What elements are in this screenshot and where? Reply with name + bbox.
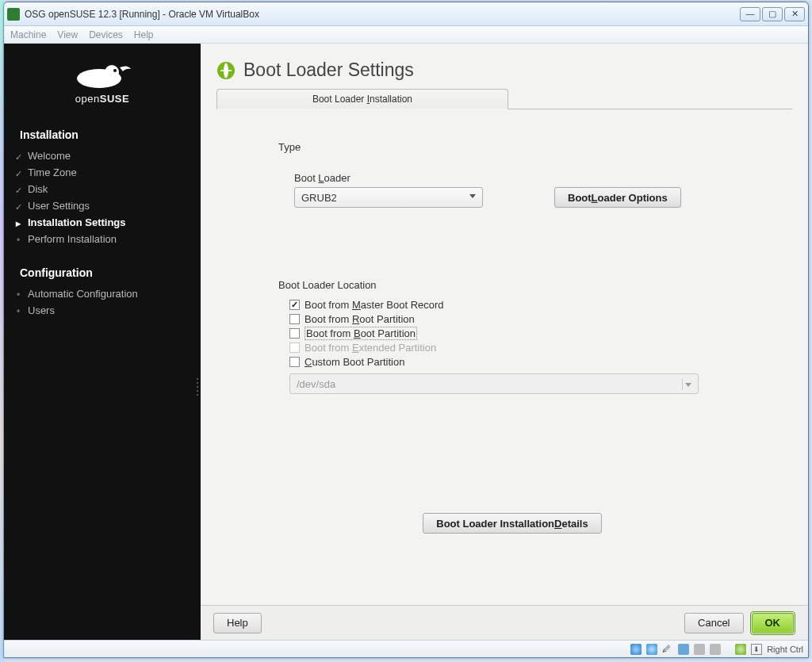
sidebar-item-disk[interactable]: Disk: [4, 181, 201, 197]
vb-optical-icon[interactable]: [646, 644, 657, 655]
bootloader-select-value: GRUB2: [301, 192, 337, 204]
checkbox-label: Boot from Boot Partition: [304, 327, 417, 340]
chk-row-mbr: Boot from Master Boot Record: [289, 297, 746, 312]
sidebar-item-label: Disk: [28, 183, 48, 195]
ok-button-frame: OK: [750, 611, 796, 635]
checkbox-root[interactable]: [289, 314, 300, 324]
checkbox-label: Boot from Master Boot Record: [304, 299, 444, 311]
sidebar-item-label: User Settings: [28, 200, 90, 212]
checkbox-custom[interactable]: [289, 357, 300, 367]
chk-row-extended: Boot from Extended Partition: [289, 340, 746, 354]
menubar: Machine View Devices Help: [4, 26, 808, 44]
sidebar-item-label: Perform Installation: [28, 233, 117, 245]
checkbox-label: Boot from Root Partition: [304, 313, 415, 325]
sidebar-item-label: Installation Settings: [28, 216, 126, 228]
sidebar-list-installation: Welcome Time Zone Disk User Settings Ins…: [4, 147, 201, 263]
sidebar-item-label: Time Zone: [28, 166, 77, 178]
menu-view[interactable]: View: [57, 29, 78, 40]
chk-row-boot: Boot from Boot Partition: [289, 326, 746, 340]
location-checks: Boot from Master Boot Record Boot from R…: [289, 297, 746, 369]
sidebar-item-user-settings[interactable]: User Settings: [4, 197, 201, 214]
minimize-button[interactable]: —: [740, 7, 760, 21]
vb-shared-folder-icon[interactable]: [694, 644, 705, 655]
vb-display-icon[interactable]: [710, 644, 721, 655]
menu-devices[interactable]: Devices: [89, 29, 123, 40]
vb-hostkey-icon[interactable]: ⬇: [751, 644, 762, 655]
footer-bar: Help Cancel OK: [201, 605, 808, 640]
chevron-down-icon: [682, 379, 693, 390]
sidebar-item-label: Automatic Configuration: [28, 288, 138, 300]
checkbox-label: Custom Boot Partition: [304, 356, 404, 368]
sidebar-item-auto-config[interactable]: Automatic Configuration: [4, 285, 201, 302]
tab-installation[interactable]: Boot Loader Installation: [216, 89, 508, 109]
vb-network-icon[interactable]: [678, 644, 689, 655]
main-inner: Boot Loader Settings Boot Loader Install…: [201, 44, 808, 605]
svg-point-2: [113, 69, 117, 72]
help-button[interactable]: Help: [213, 613, 262, 633]
installer-app: openSUSE Installation Welcome Time Zone …: [4, 44, 808, 640]
logo-text: openSUSE: [4, 93, 201, 105]
virtualbox-window: OSG openSUSE 12.3 [Running] - Oracle VM …: [3, 2, 809, 658]
type-group-label: Type: [278, 141, 746, 153]
ok-button[interactable]: OK: [752, 613, 795, 633]
bootloader-options-button[interactable]: Boot Loader Options: [554, 187, 681, 208]
chevron-down-icon: [469, 194, 476, 198]
logo: openSUSE: [4, 55, 201, 105]
vb-hdd-icon[interactable]: [630, 644, 642, 655]
bootloader-select[interactable]: GRUB2: [294, 187, 483, 208]
sidebar-item-timezone[interactable]: Time Zone: [4, 164, 201, 181]
checkbox-boot[interactable]: [289, 328, 300, 339]
tab-label: Boot Loader Installation: [312, 94, 412, 105]
maximize-button[interactable]: ▢: [762, 7, 783, 21]
checkbox-extended: [289, 342, 300, 353]
close-button[interactable]: ✕: [784, 7, 805, 21]
vb-usb-icon[interactable]: 🖉: [662, 644, 673, 655]
sidebar-item-label: Welcome: [28, 150, 71, 162]
installation-details-button[interactable]: Boot Loader Installation Details: [423, 513, 601, 534]
checkbox-label: Boot from Extended Partition: [304, 342, 436, 354]
svg-point-1: [105, 65, 119, 79]
vb-hostkey-label: Right Ctrl: [767, 645, 803, 654]
window-controls: — ▢ ✕: [740, 7, 805, 21]
sidebar-item-perform-installation[interactable]: Perform Installation: [4, 231, 201, 247]
sidebar-item-users[interactable]: Users: [4, 302, 201, 319]
sidebar-item-label: Users: [28, 304, 55, 316]
custom-partition-select: /dev/sda: [289, 373, 699, 394]
sidebar: openSUSE Installation Welcome Time Zone …: [4, 44, 201, 640]
main-panel: Boot Loader Settings Boot Loader Install…: [201, 44, 808, 640]
splitter-handle[interactable]: [194, 377, 201, 397]
page-title-text: Boot Loader Settings: [243, 59, 414, 81]
page-title: Boot Loader Settings: [216, 59, 794, 81]
sidebar-item-welcome[interactable]: Welcome: [4, 147, 201, 164]
sidebar-item-installation-settings[interactable]: Installation Settings: [4, 214, 201, 231]
content: Type Boot Loader GRUB2 Boot Loader Optio…: [215, 109, 794, 534]
window-title: OSG openSUSE 12.3 [Running] - Oracle VM …: [25, 9, 740, 20]
tabstrip: Boot Loader Installation: [216, 89, 792, 109]
checkbox-mbr[interactable]: [289, 300, 300, 310]
custom-partition-value: /dev/sda: [297, 378, 335, 390]
vb-guest-additions-icon[interactable]: [735, 644, 746, 655]
sidebar-heading-installation: Installation: [4, 125, 201, 147]
chk-row-root: Boot from Root Partition: [289, 312, 746, 326]
chk-row-custom: Custom Boot Partition: [289, 354, 746, 369]
cancel-button[interactable]: Cancel: [684, 613, 743, 633]
sidebar-list-configuration: Automatic Configuration Users: [4, 285, 201, 335]
vb-status-bar: 🖉 ⬇ Right Ctrl: [4, 640, 808, 657]
opensuse-logo-icon: [71, 55, 134, 90]
menu-machine[interactable]: Machine: [10, 29, 46, 40]
sidebar-heading-configuration: Configuration: [4, 263, 201, 285]
boot-settings-icon: [216, 61, 236, 80]
location-group-label: Boot Loader Location: [278, 279, 746, 291]
app-icon: [7, 8, 20, 21]
menu-help[interactable]: Help: [134, 29, 154, 40]
bootloader-field-label: Boot Loader: [294, 172, 746, 184]
window-titlebar[interactable]: OSG openSUSE 12.3 [Running] - Oracle VM …: [4, 2, 808, 26]
